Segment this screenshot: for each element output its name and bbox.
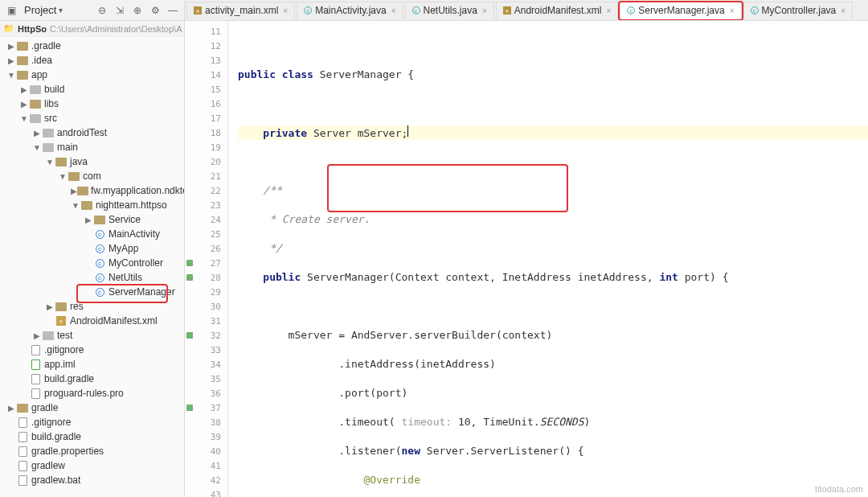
breadcrumb-root: HttpSo <box>18 24 47 34</box>
tree-node-gitignore2[interactable]: .gitignore <box>0 415 184 429</box>
tree-node-myapp[interactable]: cMyApp <box>0 241 184 256</box>
java-class-icon: c <box>751 6 759 14</box>
tree-node-build-gradle[interactable]: build.gradle <box>0 372 184 386</box>
tree-node-manifest[interactable]: xAndroidManifest.xml <box>0 314 184 328</box>
line-number: 32 <box>185 328 227 343</box>
java-class-icon: c <box>627 6 635 14</box>
project-dropdown[interactable]: Project ▾ <box>24 4 63 16</box>
minimize-icon[interactable]: — <box>166 4 179 17</box>
override-gutter-icon[interactable] <box>186 332 193 339</box>
tree-node-gradlew[interactable]: gradlew <box>0 458 184 473</box>
tree-node-service[interactable]: ▶Service <box>0 212 184 227</box>
tree-node-build[interactable]: ▶build <box>0 82 184 97</box>
close-icon[interactable]: × <box>283 6 288 15</box>
tree-node-gradle-properties[interactable]: gradle.properties <box>0 444 184 458</box>
breadcrumb-path: C:\Users\Administrator\Desktop\A <box>50 24 182 34</box>
tree-node-servermanager[interactable]: cServerManager <box>0 285 184 299</box>
project-label: Project <box>24 4 56 16</box>
tree-node-main[interactable]: ▼main <box>0 140 184 154</box>
tree-node-gradle[interactable]: ▶.gradle <box>0 39 184 53</box>
override-gutter-icon[interactable] <box>186 274 193 281</box>
line-number: 18 <box>185 125 227 140</box>
tab-mainactivity-java[interactable]: cMainActivity.java× <box>297 2 403 19</box>
override-gutter-icon[interactable] <box>186 405 193 411</box>
tree-node-fw[interactable]: ▶fw.myapplication.ndktes <box>0 183 184 198</box>
java-class-icon: c <box>304 6 312 14</box>
tree-node-com[interactable]: ▼com <box>0 169 184 183</box>
line-number: 43 <box>185 487 227 497</box>
tree-node-app[interactable]: ▼app <box>0 68 184 82</box>
close-icon[interactable]: × <box>730 6 735 15</box>
tree-node-res[interactable]: ▶res <box>0 299 184 314</box>
tune-icon[interactable]: ⊖ <box>96 4 108 17</box>
tree-node-appiml[interactable]: app.iml <box>0 357 184 372</box>
project-tool-icon: ▣ <box>5 4 18 17</box>
line-number: 19 <box>185 140 227 154</box>
tab-label: AndroidManifest.xml <box>514 5 602 16</box>
collapse-icon[interactable]: ⇲ <box>113 4 126 17</box>
line-number: 11 <box>185 24 227 39</box>
tree-node-build-gradle2[interactable]: build.gradle <box>0 429 184 444</box>
tab-servermanager-java[interactable]: cServerManager.java× <box>620 2 741 19</box>
close-icon[interactable]: × <box>841 6 845 15</box>
line-number: 16 <box>185 97 227 111</box>
editor-tabs: xactivity_main.xml×cMainActivity.java×cN… <box>185 0 868 21</box>
override-gutter-icon[interactable] <box>186 260 193 266</box>
gear-icon[interactable]: ⚙ <box>149 4 162 17</box>
tab-mycontroller-java[interactable]: cMyController.java× <box>743 2 854 19</box>
close-icon[interactable]: × <box>606 6 611 15</box>
tree-node-androidtest[interactable]: ▶androidTest <box>0 125 184 140</box>
line-number: 30 <box>185 299 227 314</box>
close-icon[interactable]: × <box>482 6 487 15</box>
code-editor[interactable]: 1112131415161718192021222324252627282930… <box>185 21 868 497</box>
tree-node-proguard[interactable]: proguard-rules.pro <box>0 386 184 400</box>
tab-androidmanifest-xml[interactable]: xAndroidManifest.xml× <box>496 2 619 19</box>
line-number: 13 <box>185 53 227 68</box>
breadcrumb: 📁 HttpSo C:\Users\Administrator\Desktop\… <box>0 21 184 37</box>
tree-node-src[interactable]: ▼src <box>0 111 184 125</box>
target-icon[interactable]: ⊕ <box>131 4 144 17</box>
line-number: 34 <box>185 357 227 372</box>
tab-activity_main-xml[interactable]: xactivity_main.xml× <box>186 2 295 19</box>
line-number: 28 <box>185 270 227 285</box>
line-number: 27 <box>185 256 227 270</box>
tree-node-netutils[interactable]: cNetUtils <box>0 270 184 285</box>
code-area[interactable]: public class ServerManager { private Ser… <box>228 21 868 497</box>
tree-node-mainactivity[interactable]: cMainActivity <box>0 227 184 241</box>
tab-label: NetUtils.java <box>424 5 477 16</box>
tree-node-idea[interactable]: ▶.idea <box>0 53 184 68</box>
line-number: 15 <box>185 82 227 97</box>
tree-node-gradlew-bat[interactable]: gradlew.bat <box>0 473 184 487</box>
line-number: 40 <box>185 444 227 458</box>
tree-node-mycontroller[interactable]: cMyController <box>0 256 184 270</box>
line-number: 22 <box>185 183 227 198</box>
line-number: 36 <box>185 386 227 400</box>
close-icon[interactable]: × <box>391 6 396 15</box>
tab-netutils-java[interactable]: cNetUtils.java× <box>405 2 494 19</box>
tree-node-libs[interactable]: ▶libs <box>0 97 184 111</box>
tab-label: activity_main.xml <box>205 5 278 16</box>
line-number: 33 <box>185 343 227 357</box>
tree-node-test[interactable]: ▶test <box>0 328 184 343</box>
line-number: 24 <box>185 212 227 227</box>
xml-file-icon: x <box>194 6 202 14</box>
tree-node-gitignore[interactable]: .gitignore <box>0 343 184 357</box>
line-number: 17 <box>185 111 227 125</box>
line-number: 38 <box>185 415 227 429</box>
line-number: 29 <box>185 285 227 299</box>
line-number: 12 <box>185 39 227 53</box>
tab-label: ServerManager.java <box>638 5 724 16</box>
tree-node-gradle-dir[interactable]: ▶gradle <box>0 400 184 415</box>
watermark: titodata.com <box>815 484 863 494</box>
project-tree[interactable]: ▶.gradle ▶.idea ▼app ▶build ▶libs ▼src ▶… <box>0 37 184 497</box>
tab-label: MyController.java <box>762 5 837 16</box>
line-number-gutter: 1112131415161718192021222324252627282930… <box>185 21 228 497</box>
line-number: 31 <box>185 314 227 328</box>
tree-node-nightteam[interactable]: ▼nightteam.httpso <box>0 198 184 212</box>
tab-label: MainActivity.java <box>315 5 386 16</box>
line-number: 26 <box>185 241 227 256</box>
line-number: 21 <box>185 169 227 183</box>
chevron-down-icon: ▾ <box>59 6 63 14</box>
tree-node-java[interactable]: ▼java <box>0 154 184 169</box>
java-class-icon: c <box>412 6 420 14</box>
